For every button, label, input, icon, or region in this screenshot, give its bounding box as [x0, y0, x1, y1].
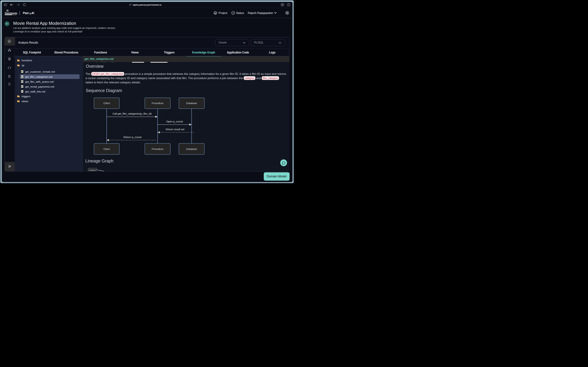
svg-text:Return result set: Return result set [166, 128, 185, 131]
svg-text:Call get_film_categories(p_fil: Call get_film_categories(p_film_id) [112, 112, 152, 115]
svg-text:Procedure: Procedure [152, 148, 163, 150]
svg-text:Open p_cursor: Open p_cursor [166, 120, 183, 123]
svg-text:Client: Client [103, 148, 110, 150]
svg-text:Return p_cursor: Return p_cursor [123, 136, 142, 139]
svg-text:Database: Database [186, 102, 197, 105]
svg-text:Procedure: Procedure [152, 102, 163, 105]
svg-text:Database: Database [186, 148, 197, 150]
svg-text:Client: Client [103, 102, 110, 105]
